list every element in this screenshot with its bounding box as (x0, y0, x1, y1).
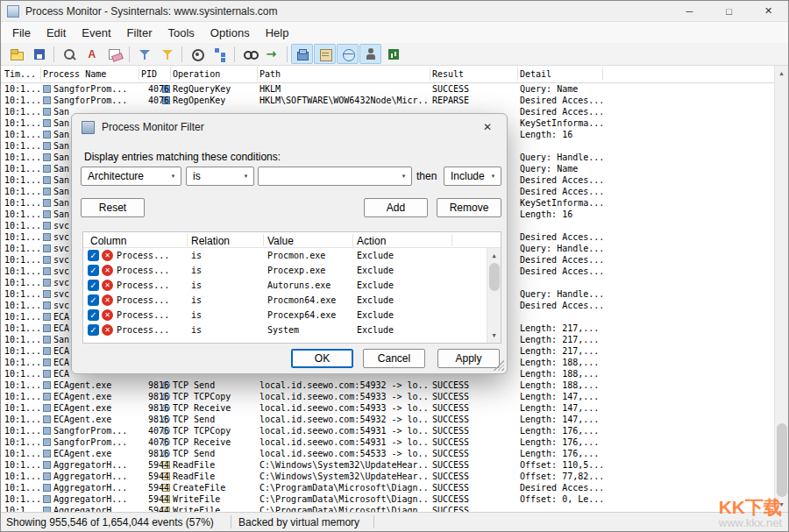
minimize-button[interactable]: ─ (670, 1, 709, 21)
reset-button[interactable]: Reset (81, 198, 145, 217)
column-divider[interactable] (139, 67, 139, 81)
filter-action-select[interactable]: Include ▼ (444, 167, 501, 186)
apply-button[interactable]: Apply (437, 349, 500, 368)
column-header-path[interactable]: Path (259, 69, 281, 79)
event-row[interactable]: 10:1...ECAgent.exe9816TCP TCPCopylocal.i… (1, 391, 774, 402)
process-tree-icon (212, 46, 228, 62)
column-header-process[interactable]: Process Name (43, 69, 106, 79)
event-row[interactable]: 10:1...AggregatorH...5944ReadFileC:\Wind… (1, 471, 774, 482)
scroll-up-icon[interactable]: ▲ (487, 249, 501, 262)
toolbar-include-process-button[interactable] (186, 44, 208, 64)
filter-list-scrollbar[interactable]: ▲ ▼ (487, 248, 501, 343)
maximize-button[interactable]: □ (709, 1, 749, 21)
ok-button[interactable]: OK (291, 349, 353, 368)
filter-enabled-checkbox[interactable]: ✓ (88, 294, 99, 306)
close-button[interactable]: ✕ (749, 1, 788, 21)
filter-column-divider[interactable] (263, 234, 264, 246)
dialog-close-button[interactable]: ✕ (468, 114, 507, 140)
scroll-down-icon[interactable]: ▼ (487, 329, 501, 342)
filter-enabled-checkbox[interactable]: ✓ (88, 324, 99, 336)
toolbar-save-button[interactable] (28, 44, 50, 64)
event-row[interactable]: 10:1...SangforProm...4076RegOpenKeyHKLM\… (1, 95, 774, 106)
column-header-detail[interactable]: Detail (520, 69, 551, 79)
column-divider[interactable] (517, 67, 518, 81)
menu-edit[interactable]: Edit (39, 24, 74, 42)
column-divider[interactable] (430, 67, 430, 81)
filter-enabled-checkbox[interactable]: ✓ (88, 250, 99, 261)
toolbar-jump-to-button[interactable] (261, 44, 283, 64)
event-row[interactable]: 10:1...AggregatorH...5944WriteFileC:\Pro… (1, 505, 774, 512)
filter-col-header-column[interactable]: Column (90, 235, 126, 247)
event-row[interactable]: 10:1...ECAgent.exe9816TCP Sendlocal.id.s… (1, 414, 774, 425)
filter-relation-select[interactable]: is ▼ (186, 167, 254, 186)
scrollbar-thumb[interactable] (489, 263, 500, 291)
filter-row[interactable]: ✓✕Process...isProcexp.exeExclude (83, 263, 487, 278)
event-row[interactable]: 10:1...AggregatorH...5944CreateFileC:\Pr… (1, 482, 774, 493)
toolbar-open-button[interactable] (5, 44, 27, 64)
toolbar-process-tree-button[interactable] (209, 44, 231, 64)
toolbar-find-button[interactable] (238, 44, 260, 64)
filter-column-divider[interactable] (187, 234, 188, 246)
column-divider[interactable] (40, 67, 41, 81)
toolbar-autoscroll-button[interactable] (81, 44, 103, 64)
filter-col-header-action[interactable]: Action (357, 235, 386, 247)
filter-col-header-value[interactable]: Value (267, 235, 294, 247)
filter-enabled-checkbox[interactable]: ✓ (88, 309, 99, 321)
main-scrollbar[interactable]: ▲ ▼ (774, 66, 788, 512)
scrollbar-thumb[interactable] (777, 423, 787, 497)
toolbar-highlight-button[interactable] (156, 44, 178, 64)
event-row[interactable]: 10:1...ECAgent.exe9816TCP Sendlocal.id.s… (1, 448, 774, 459)
filter-row[interactable]: ✓✕Process...isAutoruns.exeExclude (83, 278, 487, 293)
toolbar-profiling-button[interactable] (382, 44, 404, 64)
toolbar-capture-button[interactable] (58, 44, 80, 64)
column-header-result[interactable]: Result (432, 69, 464, 79)
scroll-up-icon[interactable]: ▲ (775, 67, 788, 80)
process-icon (43, 358, 51, 366)
filter-row[interactable]: ✓✕Process...isSystemExclude (83, 323, 487, 337)
cell-detail: Length: 16 (520, 209, 602, 220)
filter-enabled-checkbox[interactable]: ✓ (88, 265, 99, 276)
toolbar-filter-button[interactable] (133, 44, 155, 64)
filter-col-header-relation[interactable]: Relation (191, 235, 230, 247)
cancel-button[interactable]: Cancel (363, 349, 425, 368)
toolbar-network-button[interactable] (337, 44, 359, 64)
menu-help[interactable]: Help (258, 24, 297, 42)
toolbar-clear-button[interactable] (103, 44, 125, 64)
event-row[interactable]: 10:1...ECAgent.exe9816TCP Receivelocal.i… (1, 402, 774, 414)
filter-action-value: Include (451, 170, 485, 182)
toolbar-process-thread-button[interactable] (359, 44, 381, 64)
menu-event[interactable]: Event (74, 24, 118, 42)
add-button[interactable]: Add (364, 198, 428, 217)
cell-time: 10:1... (4, 197, 41, 209)
filter-column-divider[interactable] (352, 234, 353, 246)
filter-value-select[interactable]: ▼ (258, 167, 412, 186)
event-row[interactable]: 10:1...SangforProm...4076RegQueryKeyHKLM… (1, 83, 774, 95)
remove-button[interactable]: Remove (437, 198, 501, 217)
dialog-title-bar[interactable]: Process Monitor Filter ✕ (72, 114, 507, 140)
column-header-pid[interactable]: PID (141, 69, 157, 79)
event-row[interactable]: 10:1...AggregatorH...5944ReadFileC:\Wind… (1, 459, 774, 471)
toolbar-registry-button[interactable] (291, 44, 313, 64)
column-header-operation[interactable]: Operation (173, 69, 220, 79)
event-row[interactable]: 10:1...ECAgent.exe9816TCP Sendlocal.id.s… (1, 379, 774, 391)
title-bar[interactable]: Process Monitor - Sysinternals: www.sysi… (1, 1, 788, 22)
event-row[interactable]: 10:1...SangforProm...4076TCP Receiveloca… (1, 436, 774, 448)
event-row[interactable]: 10:1...AggregatorH...5944WriteFileC:\Pro… (1, 493, 774, 505)
menu-file[interactable]: File (4, 24, 39, 42)
filter-row[interactable]: ✓✕Process...isProcexp64.exeExclude (83, 308, 487, 323)
filter-row[interactable]: ✓✕Process...isProcmon.exeExclude (83, 248, 487, 263)
menu-options[interactable]: Options (203, 24, 258, 42)
filter-column-divider[interactable] (451, 234, 452, 246)
column-header-time[interactable]: Tim... (4, 69, 36, 79)
filter-column-select[interactable]: Architecture ▼ (81, 167, 181, 186)
column-divider[interactable] (602, 67, 603, 81)
toolbar-file-system-button[interactable] (314, 44, 336, 64)
column-divider[interactable] (257, 67, 258, 81)
resize-grip[interactable] (494, 360, 504, 371)
menu-tools[interactable]: Tools (160, 24, 203, 42)
event-row[interactable]: 10:1...SangforProm...4076TCP TCPCopyloca… (1, 425, 774, 436)
filter-enabled-checkbox[interactable]: ✓ (88, 280, 99, 291)
menu-filter[interactable]: Filter (119, 24, 160, 42)
filter-row[interactable]: ✓✕Process...isProcmon64.exeExclude (83, 293, 487, 308)
column-divider[interactable] (170, 67, 171, 81)
